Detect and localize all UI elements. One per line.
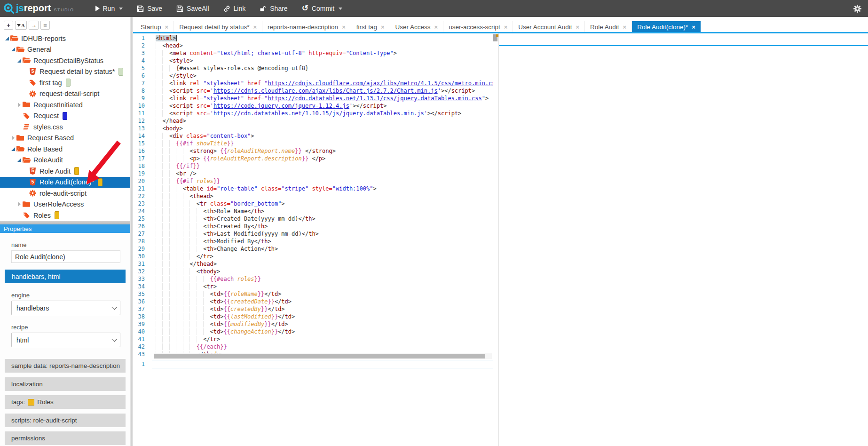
tree-item-role-audit-clone[interactable]: 5Role Audit(clone)* xyxy=(0,177,130,188)
collapse-arrow-icon[interactable] xyxy=(10,135,16,140)
tree-item-role-based[interactable]: Role Based xyxy=(0,143,130,155)
tree-item-role-audit[interactable]: 5Role Audit xyxy=(0,166,130,177)
close-icon[interactable]: × xyxy=(342,24,346,31)
script-gear-icon xyxy=(29,90,37,98)
collapse-tree-button[interactable]: → xyxy=(29,21,39,30)
expand-arrow-icon[interactable] xyxy=(10,48,16,51)
link-button[interactable]: Link xyxy=(216,0,253,17)
tree-item-role-audit-script[interactable]: role-audit-script xyxy=(0,188,130,199)
tree-item-styles-css[interactable]: styles.css xyxy=(0,121,130,133)
close-icon[interactable]: × xyxy=(253,24,257,31)
save-button[interactable]: Save xyxy=(130,0,169,17)
template-editor[interactable]: 1<html>2 <head>3 <meta content="text/htm… xyxy=(133,33,498,446)
helpers-current-line[interactable] xyxy=(152,360,493,368)
template-properties-section[interactable]: handlebars, html xyxy=(5,270,126,283)
tree-item-first-tag[interactable]: first tag xyxy=(0,77,130,88)
settings-button[interactable] xyxy=(853,5,861,13)
tab-first-tag[interactable]: first tag× xyxy=(351,21,390,33)
section-permissions[interactable]: permissions xyxy=(5,431,126,445)
add-entity-button[interactable]: + xyxy=(4,21,13,30)
filter-icon xyxy=(17,24,21,27)
html5-glyph: 5 xyxy=(30,167,36,175)
close-icon[interactable]: × xyxy=(434,24,438,31)
tree-item-roleaudit[interactable]: RoleAudit xyxy=(0,155,130,166)
share-button[interactable]: Share xyxy=(253,0,294,17)
tree-item-requestdetailbystatus[interactable]: RequestDetailByStatus xyxy=(0,55,130,66)
run-button[interactable]: Run xyxy=(88,0,130,17)
code-line: 39 <td>{{modifiedBy}}</td> xyxy=(133,320,493,328)
editor-vertical-scrollbar[interactable] xyxy=(493,34,498,358)
recipe-select[interactable]: html xyxy=(11,333,120,347)
expand-arrow-icon[interactable] xyxy=(4,37,10,40)
close-icon[interactable]: × xyxy=(576,24,579,31)
tree-item-general[interactable]: General xyxy=(0,44,130,56)
commit-button[interactable]: ↺Commit xyxy=(295,0,349,17)
line-number: 43 xyxy=(133,350,145,358)
line-content: <link rel="stylesheet" href="https://cdn… xyxy=(156,80,493,87)
tab-role-audit[interactable]: Role Audit× xyxy=(584,21,631,33)
close-icon[interactable]: × xyxy=(504,24,508,31)
tab-user-access-script[interactable]: user-access-script× xyxy=(443,21,513,33)
section-scripts-role-audit-script[interactable]: scripts: role-audit-script xyxy=(5,414,126,427)
close-icon[interactable]: × xyxy=(165,24,169,31)
line-number: 6 xyxy=(133,72,145,80)
collapse-arrow-icon[interactable] xyxy=(16,202,23,207)
preview-header: ... xyxy=(499,33,868,47)
saveall-button[interactable]: SaveAll xyxy=(169,0,216,17)
yellow-tag-badge xyxy=(74,167,79,175)
gear-icon xyxy=(853,5,861,13)
helpers-editor[interactable]: 1 xyxy=(133,360,493,369)
tab-user-access[interactable]: User Access× xyxy=(390,21,443,33)
tab-reports-name-description[interactable]: reports-name-description× xyxy=(262,21,351,33)
section-sample-data-reports-name-description[interactable]: sample data: reports-name-description xyxy=(5,359,126,373)
expand-arrow-icon[interactable] xyxy=(16,158,23,162)
code-editor[interactable]: 1<html>2 <head>3 <meta content="text/htm… xyxy=(133,34,493,359)
close-icon[interactable]: × xyxy=(692,24,695,31)
tab-user-account-audit[interactable]: User Account Audit× xyxy=(513,21,584,33)
tree-item-roles[interactable]: Roles xyxy=(0,210,130,221)
tree-item-request-detail-by-status[interactable]: 5Request detail by status* xyxy=(0,66,130,78)
folder-open-icon xyxy=(16,145,24,153)
filter-button[interactable]: A xyxy=(15,21,27,30)
code-line: 21 <table id="role-table" class="stripe"… xyxy=(133,185,493,192)
engine-select[interactable]: handlebars xyxy=(11,301,120,315)
tree-item-request-based[interactable]: Request Based xyxy=(0,133,130,144)
text-cursor xyxy=(176,35,177,41)
jsreport-logo[interactable]: jsreport STUDIO xyxy=(3,3,74,14)
line-content: <tr class="border_bottom"> xyxy=(156,200,285,207)
code-line: 23 <tr class="border_bottom"> xyxy=(133,200,493,207)
tree-item-userroleaccess[interactable]: UserRoleAccess xyxy=(0,199,130,210)
tree-item-requestinitiated[interactable]: RequestInitiated xyxy=(0,99,130,111)
panel-splitter[interactable] xyxy=(0,221,130,224)
menu-button[interactable]: ≡ xyxy=(40,21,50,30)
line-number: 4 xyxy=(133,57,145,64)
line-number: 26 xyxy=(133,223,145,230)
collapse-arrow-icon[interactable] xyxy=(16,103,23,107)
close-icon[interactable]: × xyxy=(381,24,385,31)
editor-horizontal-scrollbar[interactable] xyxy=(154,353,492,359)
tree-item-label: Request Based xyxy=(27,134,74,142)
code-line: 26 <th>Created By</th> xyxy=(133,223,493,230)
tag-icon xyxy=(23,112,31,120)
tab-label: first tag xyxy=(356,24,377,31)
section-tags[interactable]: tags:Roles xyxy=(5,395,126,409)
line-content: <tr> xyxy=(156,283,217,290)
content-area: Startup×Request detail by status*×report… xyxy=(133,17,868,446)
tree-item-request[interactable]: Request xyxy=(0,111,130,122)
tree-item-idhub-reports[interactable]: IDHUB-reports xyxy=(0,33,130,44)
yellow-tag-badge xyxy=(55,211,59,219)
close-icon[interactable]: × xyxy=(623,24,627,31)
tab-role-audit-clone[interactable]: Role Audit(clone)*× xyxy=(631,21,701,33)
section-localization[interactable]: localization xyxy=(5,377,126,391)
name-input[interactable] xyxy=(11,250,120,263)
properties-header[interactable]: Properties xyxy=(0,224,130,233)
tree-item-label: Role Based xyxy=(27,145,63,153)
tab-request-detail-by-status[interactable]: Request detail by status*× xyxy=(174,21,262,33)
tree-item-request-detail-script[interactable]: request-detail-script xyxy=(0,88,130,100)
preview-pane: ... xyxy=(498,33,868,446)
tab-label: User Account Audit xyxy=(518,24,572,31)
tab-startup[interactable]: Startup× xyxy=(135,21,174,33)
expand-arrow-icon[interactable] xyxy=(16,59,23,63)
scrollbar-thumb[interactable] xyxy=(154,354,485,358)
expand-arrow-icon[interactable] xyxy=(10,147,16,151)
